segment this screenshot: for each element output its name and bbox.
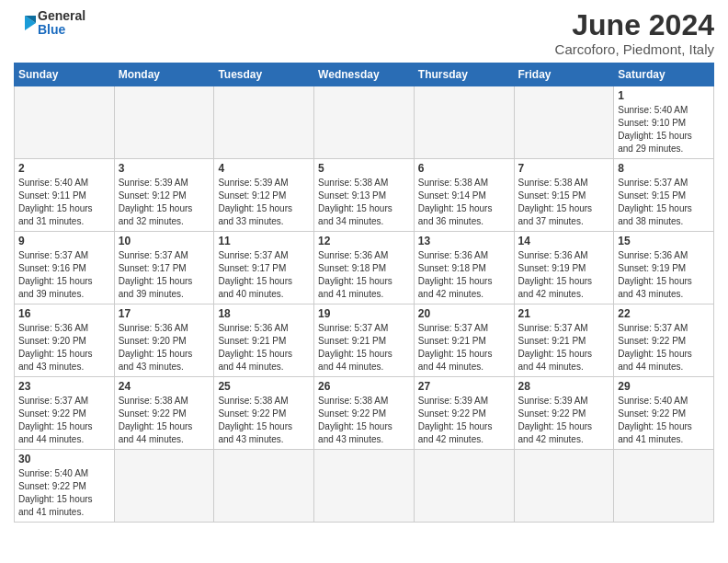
weekday-header-monday: Monday [114,63,214,86]
day-info: Sunrise: 5:37 AM Sunset: 9:16 PM Dayligh… [18,249,110,301]
day-info: Sunrise: 5:36 AM Sunset: 9:18 PM Dayligh… [418,249,510,301]
calendar-cell: 20Sunrise: 5:37 AM Sunset: 9:21 PM Dayli… [414,304,514,377]
calendar-cell [514,86,614,159]
calendar-cell [214,450,314,523]
day-number: 20 [418,307,510,320]
weekday-header-thursday: Thursday [414,63,514,86]
calendar-cell: 7Sunrise: 5:38 AM Sunset: 9:15 PM Daylig… [514,159,614,232]
calendar-week-row-2: 9Sunrise: 5:37 AM Sunset: 9:16 PM Daylig… [15,232,714,304]
day-number: 18 [218,307,310,320]
weekday-header-friday: Friday [514,63,614,86]
month-title: June 2024 [555,9,714,41]
day-number: 6 [418,162,510,175]
calendar-cell [314,450,415,523]
calendar-table: SundayMondayTuesdayWednesdayThursdayFrid… [14,63,714,523]
day-number: 26 [318,380,410,393]
day-number: 5 [318,162,410,175]
day-number: 13 [418,235,510,247]
logo-general-text: General [38,9,85,23]
calendar-cell: 11Sunrise: 5:37 AM Sunset: 9:17 PM Dayli… [214,232,314,304]
weekday-header-wednesday: Wednesday [314,63,415,86]
day-info: Sunrise: 5:39 AM Sunset: 9:12 PM Dayligh… [119,177,210,228]
day-info: Sunrise: 5:39 AM Sunset: 9:22 PM Dayligh… [518,395,610,446]
calendar-cell: 18Sunrise: 5:36 AM Sunset: 9:21 PM Dayli… [214,304,314,377]
calendar-week-row-4: 23Sunrise: 5:37 AM Sunset: 9:22 PM Dayli… [15,377,714,450]
calendar-cell: 10Sunrise: 5:37 AM Sunset: 9:17 PM Dayli… [114,232,214,304]
day-number: 10 [119,235,210,247]
calendar-cell: 5Sunrise: 5:38 AM Sunset: 9:13 PM Daylig… [314,159,415,232]
day-number: 7 [518,162,610,175]
calendar-cell: 8Sunrise: 5:37 AM Sunset: 9:15 PM Daylig… [614,159,714,232]
calendar-cell [314,86,415,159]
calendar-cell [15,86,115,159]
calendar-cell [414,450,514,523]
calendar-cell: 27Sunrise: 5:39 AM Sunset: 9:22 PM Dayli… [414,377,514,450]
calendar-cell: 1Sunrise: 5:40 AM Sunset: 9:10 PM Daylig… [614,86,714,159]
day-info: Sunrise: 5:36 AM Sunset: 9:19 PM Dayligh… [518,249,610,301]
day-info: Sunrise: 5:37 AM Sunset: 9:21 PM Dayligh… [318,322,410,373]
day-info: Sunrise: 5:40 AM Sunset: 9:22 PM Dayligh… [618,395,710,446]
weekday-header-row: SundayMondayTuesdayWednesdayThursdayFrid… [15,63,714,86]
day-number: 23 [18,380,110,393]
location-title: Carcoforo, Piedmont, Italy [555,41,714,57]
day-info: Sunrise: 5:38 AM Sunset: 9:22 PM Dayligh… [119,395,210,446]
calendar-cell: 2Sunrise: 5:40 AM Sunset: 9:11 PM Daylig… [15,159,115,232]
calendar-cell: 3Sunrise: 5:39 AM Sunset: 9:12 PM Daylig… [114,159,214,232]
day-number: 29 [618,380,710,393]
logo-text: GeneralBlue [14,9,85,38]
day-number: 25 [218,380,310,393]
day-info: Sunrise: 5:37 AM Sunset: 9:15 PM Dayligh… [618,177,710,228]
calendar-cell: 16Sunrise: 5:36 AM Sunset: 9:20 PM Dayli… [15,304,115,377]
day-info: Sunrise: 5:36 AM Sunset: 9:19 PM Dayligh… [618,249,710,301]
day-number: 1 [618,89,710,102]
day-number: 4 [218,162,310,175]
calendar-cell: 22Sunrise: 5:37 AM Sunset: 9:22 PM Dayli… [614,304,714,377]
calendar-cell: 24Sunrise: 5:38 AM Sunset: 9:22 PM Dayli… [114,377,214,450]
calendar-cell: 28Sunrise: 5:39 AM Sunset: 9:22 PM Dayli… [514,377,614,450]
day-number: 21 [518,307,610,320]
day-number: 11 [218,235,310,247]
calendar-cell [414,86,514,159]
day-info: Sunrise: 5:36 AM Sunset: 9:21 PM Dayligh… [218,322,310,373]
header: GeneralBlue June 2024 Carcoforo, Piedmon… [14,9,714,57]
day-info: Sunrise: 5:37 AM Sunset: 9:17 PM Dayligh… [119,249,210,301]
day-number: 17 [119,307,210,320]
calendar-cell: 13Sunrise: 5:36 AM Sunset: 9:18 PM Dayli… [414,232,514,304]
calendar-week-row-1: 2Sunrise: 5:40 AM Sunset: 9:11 PM Daylig… [15,159,714,232]
day-info: Sunrise: 5:40 AM Sunset: 9:22 PM Dayligh… [18,467,110,519]
day-info: Sunrise: 5:36 AM Sunset: 9:20 PM Dayligh… [18,322,110,373]
calendar-cell: 25Sunrise: 5:38 AM Sunset: 9:22 PM Dayli… [214,377,314,450]
calendar-cell: 19Sunrise: 5:37 AM Sunset: 9:21 PM Dayli… [314,304,415,377]
calendar-cell [114,450,214,523]
calendar-cell: 23Sunrise: 5:37 AM Sunset: 9:22 PM Dayli… [15,377,115,450]
calendar-cell: 15Sunrise: 5:36 AM Sunset: 9:19 PM Dayli… [614,232,714,304]
calendar-cell: 29Sunrise: 5:40 AM Sunset: 9:22 PM Dayli… [614,377,714,450]
weekday-header-sunday: Sunday [15,63,115,86]
day-info: Sunrise: 5:38 AM Sunset: 9:15 PM Dayligh… [518,177,610,228]
calendar-cell: 4Sunrise: 5:39 AM Sunset: 9:12 PM Daylig… [214,159,314,232]
logo: GeneralBlue [14,9,85,38]
calendar-cell: 30Sunrise: 5:40 AM Sunset: 9:22 PM Dayli… [15,450,115,523]
day-number: 22 [618,307,710,320]
day-info: Sunrise: 5:37 AM Sunset: 9:22 PM Dayligh… [18,395,110,446]
calendar-cell: 14Sunrise: 5:36 AM Sunset: 9:19 PM Dayli… [514,232,614,304]
day-info: Sunrise: 5:39 AM Sunset: 9:12 PM Dayligh… [218,177,310,228]
calendar-cell: 21Sunrise: 5:37 AM Sunset: 9:21 PM Dayli… [514,304,614,377]
day-number: 8 [618,162,710,175]
weekday-header-tuesday: Tuesday [214,63,314,86]
calendar-cell [514,450,614,523]
calendar-cell [114,86,214,159]
calendar-week-row-5: 30Sunrise: 5:40 AM Sunset: 9:22 PM Dayli… [15,450,714,523]
day-number: 9 [18,235,110,247]
calendar-cell [614,450,714,523]
day-info: Sunrise: 5:38 AM Sunset: 9:14 PM Dayligh… [418,177,510,228]
day-number: 24 [119,380,210,393]
day-info: Sunrise: 5:37 AM Sunset: 9:17 PM Dayligh… [218,249,310,301]
day-info: Sunrise: 5:39 AM Sunset: 9:22 PM Dayligh… [418,395,510,446]
day-info: Sunrise: 5:37 AM Sunset: 9:22 PM Dayligh… [618,322,710,373]
calendar-cell: 12Sunrise: 5:36 AM Sunset: 9:18 PM Dayli… [314,232,415,304]
day-number: 28 [518,380,610,393]
day-info: Sunrise: 5:38 AM Sunset: 9:13 PM Dayligh… [318,177,410,228]
calendar-cell: 17Sunrise: 5:36 AM Sunset: 9:20 PM Dayli… [114,304,214,377]
calendar-cell: 6Sunrise: 5:38 AM Sunset: 9:14 PM Daylig… [414,159,514,232]
